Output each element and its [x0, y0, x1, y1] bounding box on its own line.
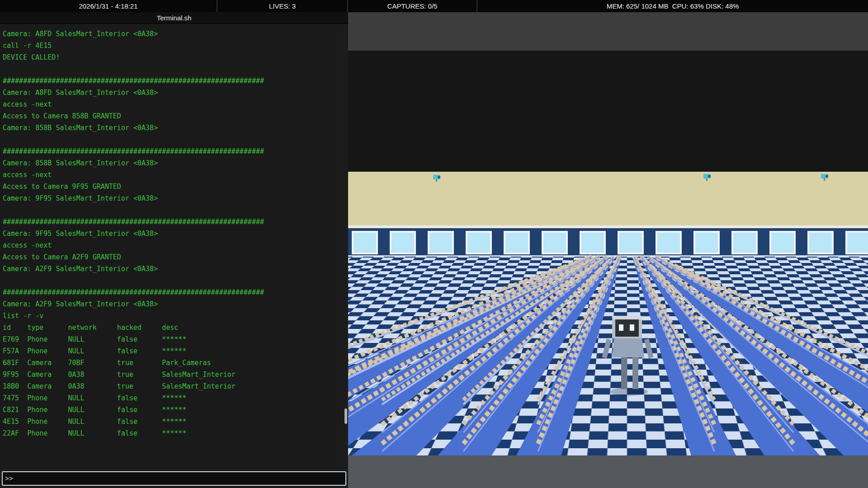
terminal-line: 22AF Phone NULL false ****** [3, 427, 344, 439]
service-robot [602, 316, 653, 396]
foreground-apron [348, 455, 868, 488]
terminal-line: 4E15 Phone NULL false ****** [3, 416, 344, 427]
system-stats-display: MEM: 625/ 1024 MB CPU: 63% DISK: 48% [477, 0, 868, 12]
window-sill-trim [348, 255, 868, 257]
terminal-line: ########################################… [3, 286, 344, 298]
terminal-line: C821 Phone NULL false ****** [3, 404, 344, 416]
store-wall-beige [348, 172, 868, 225]
terminal-panel: Terminal.sh Camera: A8FD SalesMart_Inter… [0, 12, 348, 488]
game-viewport[interactable] [348, 12, 868, 488]
shelf-aisles [348, 257, 868, 457]
robot-eye-left [619, 324, 623, 331]
terminal-line: ########################################… [3, 145, 344, 157]
upper-wall [348, 12, 868, 51]
robot-leg-left [621, 354, 627, 389]
terminal-line: Camera: A8FD SalesMart_Interior <0A38> [3, 87, 344, 99]
wall-trim [348, 225, 868, 228]
terminal-line: Access to Camera 9F95 GRANTED [3, 181, 344, 192]
terminal-line: access -next [3, 169, 344, 181]
terminal-line: F57A Phone NULL false ****** [3, 345, 344, 357]
robot-face [615, 319, 639, 337]
robot-head-top [612, 316, 642, 319]
status-bar: 2026/1/31 - 4:18:21 LIVES: 3 CAPTURES: 0… [0, 0, 868, 12]
robot-leg-right [632, 354, 638, 389]
terminal-line: Camera: 9F95 SalesMart_Interior <0A38> [3, 192, 344, 204]
store-ceiling [348, 51, 868, 172]
robot-arm-left [602, 339, 611, 358]
terminal-title: Terminal.sh [0, 12, 348, 24]
lives-display: LIVES: 3 [217, 0, 348, 12]
terminal-output[interactable]: Camera: A8FD SalesMart_Interior <0A38> c… [0, 24, 344, 469]
terminal-line [3, 275, 344, 286]
terminal-line: 18B0 Camera 0A38 true SalesMart_Interior [3, 380, 344, 392]
terminal-line: id type network hacked desc [3, 322, 344, 333]
terminal-line: access -next [3, 99, 344, 110]
terminal-line: DEVICE CALLED! [3, 52, 344, 63]
terminal-line: Camera: A2F9 SalesMart_Interior <0A38> [3, 298, 344, 310]
terminal-line: 7475 Phone NULL false ****** [3, 392, 344, 404]
store-scene [348, 12, 868, 488]
terminal-line: Access to Camera A2F9 GRANTED [3, 251, 344, 263]
terminal-line: Camera: 9F95 SalesMart_Interior <0A38> [3, 228, 344, 239]
robot-body [612, 338, 644, 357]
terminal-line: Camera: 858B SalesMart_Interior <0A38> [3, 157, 344, 169]
terminal-line [3, 134, 344, 145]
game-window: 2026/1/31 - 4:18:21 LIVES: 3 CAPTURES: 0… [0, 0, 868, 488]
terminal-line: ########################################… [3, 75, 344, 87]
terminal-scrollbar [344, 24, 348, 469]
scrollbar-thumb[interactable] [344, 408, 347, 424]
terminal-line: Camera: A2F9 SalesMart_Interior <0A38> [3, 263, 344, 275]
terminal-line [3, 204, 344, 216]
terminal-input[interactable]: >> [2, 471, 346, 486]
terminal-line: Access to Camera 858B GRANTED [3, 110, 344, 122]
terminal-line: list -r -v [3, 310, 344, 322]
robot-eye-right [630, 324, 634, 331]
terminal-line: access -next [3, 239, 344, 251]
window-row [348, 228, 868, 256]
robot-shadow [610, 388, 648, 396]
terminal-line: 681F Camera 70BF true Park_Cameras [3, 357, 344, 369]
captures-display: CAPTURES: 0/5 [348, 0, 477, 12]
terminal-line [3, 63, 344, 75]
terminal-line: Camera: A8FD SalesMart_Interior <0A38> [3, 28, 344, 40]
terminal-line: Camera: 858B SalesMart_Interior <0A38> [3, 122, 344, 134]
robot-arm-right [644, 339, 654, 358]
terminal-line: 9F95 Camera 0A38 true SalesMart_Interior [3, 369, 344, 380]
terminal-line: E769 Phone NULL false ****** [3, 333, 344, 345]
command-prompt: >> [5, 474, 13, 483]
terminal-line: ########################################… [3, 216, 344, 228]
terminal-line: call -r 4E15 [3, 40, 344, 52]
clock-display: 2026/1/31 - 4:18:21 [0, 0, 217, 12]
